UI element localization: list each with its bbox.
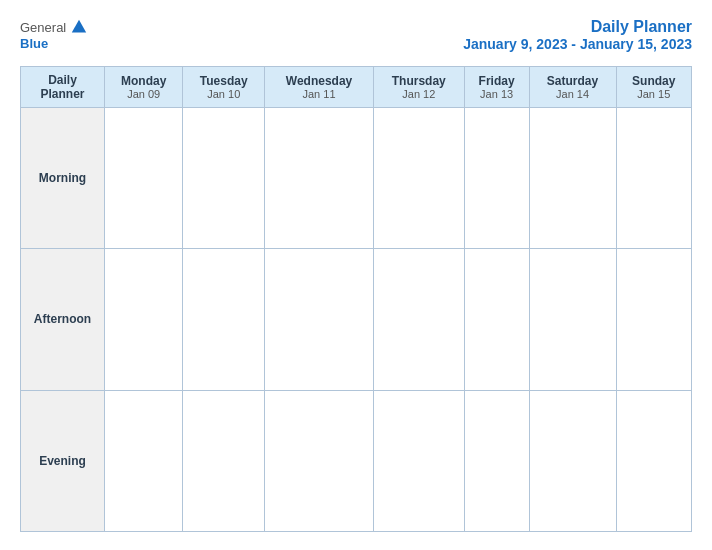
- cell-saturday-evening[interactable]: [529, 390, 616, 531]
- table-body: Morning Afternoon Evening: [21, 108, 692, 532]
- table-header: Daily Planner Monday Jan 09 Tuesday Jan …: [21, 67, 692, 108]
- row-evening: Evening: [21, 390, 692, 531]
- cell-thursday-morning[interactable]: [373, 108, 464, 249]
- label-morning: Morning: [21, 108, 105, 249]
- cell-tuesday-morning[interactable]: [183, 108, 265, 249]
- cell-tuesday-evening[interactable]: [183, 390, 265, 531]
- header-row: Daily Planner Monday Jan 09 Tuesday Jan …: [21, 67, 692, 108]
- cell-saturday-afternoon[interactable]: [529, 249, 616, 390]
- header-sunday: Sunday Jan 15: [616, 67, 691, 108]
- header-tuesday: Tuesday Jan 10: [183, 67, 265, 108]
- logo-general-text: General: [20, 20, 66, 35]
- cell-wednesday-afternoon[interactable]: [265, 249, 374, 390]
- cell-thursday-evening[interactable]: [373, 390, 464, 531]
- cell-sunday-evening[interactable]: [616, 390, 691, 531]
- cell-sunday-afternoon[interactable]: [616, 249, 691, 390]
- cell-friday-morning[interactable]: [464, 108, 529, 249]
- cell-thursday-afternoon[interactable]: [373, 249, 464, 390]
- row-morning: Morning: [21, 108, 692, 249]
- header-daily-planner: Daily Planner: [21, 67, 105, 108]
- cell-saturday-morning[interactable]: [529, 108, 616, 249]
- header-wednesday: Wednesday Jan 11: [265, 67, 374, 108]
- planner-date-range: January 9, 2023 - January 15, 2023: [463, 36, 692, 52]
- title-area: Daily Planner January 9, 2023 - January …: [463, 18, 692, 52]
- header-friday: Friday Jan 13: [464, 67, 529, 108]
- planner-table: Daily Planner Monday Jan 09 Tuesday Jan …: [20, 66, 692, 532]
- cell-monday-evening[interactable]: [105, 390, 183, 531]
- cell-wednesday-morning[interactable]: [265, 108, 374, 249]
- cell-friday-evening[interactable]: [464, 390, 529, 531]
- cell-sunday-morning[interactable]: [616, 108, 691, 249]
- logo-blue-text: Blue: [20, 36, 48, 51]
- label-evening: Evening: [21, 390, 105, 531]
- header-thursday: Thursday Jan 12: [373, 67, 464, 108]
- page-header: General Blue Daily Planner January 9, 20…: [20, 18, 692, 52]
- header-monday: Monday Jan 09: [105, 67, 183, 108]
- logo-icon: [70, 18, 88, 36]
- cell-monday-morning[interactable]: [105, 108, 183, 249]
- cell-monday-afternoon[interactable]: [105, 249, 183, 390]
- svg-marker-0: [72, 20, 86, 33]
- cell-friday-afternoon[interactable]: [464, 249, 529, 390]
- cell-tuesday-afternoon[interactable]: [183, 249, 265, 390]
- cell-wednesday-evening[interactable]: [265, 390, 374, 531]
- label-afternoon: Afternoon: [21, 249, 105, 390]
- planner-title: Daily Planner: [463, 18, 692, 36]
- row-afternoon: Afternoon: [21, 249, 692, 390]
- logo-area: General Blue: [20, 18, 88, 51]
- logo: General: [20, 18, 88, 36]
- header-saturday: Saturday Jan 14: [529, 67, 616, 108]
